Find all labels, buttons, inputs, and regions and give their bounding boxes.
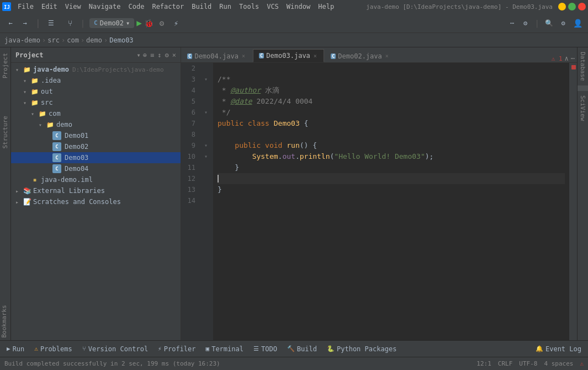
tree-item-demo[interactable]: ▾ 📁 demo bbox=[11, 119, 181, 130]
tab-demo03[interactable]: C Demo03.java × bbox=[253, 49, 324, 62]
breadcrumb-part-3[interactable]: com bbox=[67, 36, 79, 44]
folder-icon: 📁 bbox=[38, 109, 47, 118]
tabs-more-icon[interactable]: ⋯ bbox=[571, 55, 575, 62]
vcs-icon[interactable]: ⑂ bbox=[64, 17, 76, 29]
user-profile[interactable]: 👤 bbox=[571, 17, 584, 29]
tab-close-demo04[interactable]: × bbox=[241, 53, 246, 59]
breadcrumb: java-demo › src › com › demo › Demo03 bbox=[0, 33, 588, 47]
profile-button[interactable]: ⚡ bbox=[170, 17, 182, 29]
tab-demo02[interactable]: C Demo02.java × bbox=[325, 49, 396, 62]
breadcrumb-part-5[interactable]: Demo03 bbox=[109, 36, 133, 44]
problems-label: Problems bbox=[40, 345, 72, 353]
line-num: 5 bbox=[181, 96, 199, 107]
tree-item-iml[interactable]: ▪ java-demo.iml bbox=[11, 174, 181, 185]
toolbar-more[interactable]: ⋯ bbox=[506, 17, 518, 29]
tree-item-external-libs[interactable]: ▸ 📚 External Libraries bbox=[11, 185, 181, 196]
toolbar-settings[interactable]: ⚙ bbox=[520, 17, 532, 29]
line-ending[interactable]: CRLF bbox=[498, 360, 513, 367]
build-button[interactable]: 🔨 Build bbox=[283, 343, 321, 355]
tree-item-demo03[interactable]: C Demo03 bbox=[11, 152, 181, 163]
tab-close-demo02[interactable]: × bbox=[384, 53, 390, 59]
cursor-position[interactable]: 12:1 bbox=[476, 360, 491, 367]
maximize-button[interactable]: □ bbox=[568, 3, 576, 10]
project-vtab[interactable]: Project bbox=[1, 50, 10, 82]
menu-vcs[interactable]: VCS bbox=[263, 2, 282, 12]
version-control-button[interactable]: ⑂ Version Control bbox=[78, 343, 152, 355]
status-bar: Build completed successfully in 2 sec, 1… bbox=[0, 357, 588, 370]
expand-icon[interactable]: ∧ bbox=[565, 55, 569, 62]
project-panel-title: Project bbox=[15, 51, 44, 59]
tree-item-root[interactable]: ▾ 📁 java-demo D:\IdeaProjects\java-demo bbox=[11, 64, 181, 75]
project-panel-header: Project ▾ ⊕ ≡ ↕ ⚙ × bbox=[11, 47, 181, 63]
tree-item-scratches[interactable]: ▸ 📝 Scratches and Consoles bbox=[11, 196, 181, 207]
structure-vtab[interactable]: Structure bbox=[1, 112, 10, 152]
python-packages-button[interactable]: 🐍 Python Packages bbox=[322, 343, 401, 355]
event-log-button[interactable]: 🔔 Event Log bbox=[531, 343, 586, 355]
collapse-all-icon[interactable]: ≡ bbox=[150, 51, 154, 59]
menu-file[interactable]: File bbox=[14, 2, 37, 12]
breadcrumb-part-2[interactable]: src bbox=[47, 36, 60, 44]
code-editor[interactable]: 2 3 4 5 6 7 8 9 10 11 12 13 14 bbox=[181, 63, 577, 340]
menu-help[interactable]: Help bbox=[315, 2, 337, 12]
debug-button[interactable]: 🐞 bbox=[144, 19, 153, 28]
indent-settings[interactable]: 4 spaces bbox=[544, 360, 573, 367]
minimize-button[interactable]: − bbox=[558, 3, 566, 10]
event-log-label: Event Log bbox=[545, 345, 581, 353]
tab-close-demo03[interactable]: × bbox=[312, 53, 318, 59]
tree-item-src[interactable]: ▾ 📁 src bbox=[11, 97, 181, 108]
run-config-selector[interactable]: C Demo02 ▾ bbox=[89, 18, 134, 28]
profiler-button[interactable]: ⚡ Profiler bbox=[153, 343, 200, 355]
menu-run[interactable]: Run bbox=[216, 2, 235, 12]
run-tool-button[interactable]: ▶ Run bbox=[2, 343, 29, 355]
forward-button[interactable]: → bbox=[19, 17, 31, 29]
menu-navigate[interactable]: Navigate bbox=[86, 2, 124, 12]
tree-item-com[interactable]: ▾ 📁 com bbox=[11, 108, 181, 119]
database-vtab[interactable]: Database bbox=[578, 47, 588, 85]
tree-item-demo01[interactable]: C Demo01 bbox=[11, 130, 181, 141]
project-dropdown-arrow[interactable]: ▾ bbox=[137, 51, 141, 59]
todo-button[interactable]: ☰ TODO bbox=[249, 343, 282, 355]
tab-demo04[interactable]: C Demo04.java × bbox=[181, 49, 252, 62]
locate-icon[interactable]: ⊕ bbox=[143, 51, 147, 59]
tree-arrow: ▸ bbox=[13, 199, 21, 205]
recent-files-button[interactable]: ☰ bbox=[45, 17, 57, 29]
tree-arrow: ▾ bbox=[36, 122, 44, 128]
sciview-vtab[interactable]: SciView bbox=[578, 91, 588, 125]
ide-settings[interactable]: ⚙ bbox=[557, 17, 569, 29]
ide-window: IJ File Edit View Navigate Code Refactor… bbox=[0, 0, 588, 370]
menu-tools[interactable]: Tools bbox=[236, 2, 262, 12]
tree-item-demo02[interactable]: C Demo02 bbox=[11, 141, 181, 152]
code-content[interactable]: /** * @author 水滴 * @date 2022/4/4 0004 *… bbox=[213, 63, 569, 340]
tree-item-demo04[interactable]: C Demo04 bbox=[11, 163, 181, 174]
problems-button[interactable]: ⚠ Problems bbox=[30, 343, 76, 355]
menu-window[interactable]: Window bbox=[283, 2, 314, 12]
event-log-area: 🔔 Event Log bbox=[531, 343, 586, 355]
tree-label: Scratches and Consoles bbox=[33, 198, 121, 206]
bookmarks-vtab[interactable]: Bookmarks bbox=[0, 303, 9, 340]
sort-icon[interactable]: ↕ bbox=[157, 51, 161, 59]
close-button[interactable]: × bbox=[578, 3, 586, 10]
search-everywhere[interactable]: 🔍 bbox=[543, 17, 555, 29]
menu-view[interactable]: View bbox=[62, 2, 84, 12]
libs-icon: 📚 bbox=[23, 186, 31, 195]
run-button[interactable]: ▶ bbox=[136, 18, 142, 28]
tree-item-idea[interactable]: ▾ 📁 .idea bbox=[11, 75, 181, 86]
breadcrumb-part-4[interactable]: demo bbox=[86, 36, 102, 44]
tree-item-out[interactable]: ▾ 📁 out bbox=[11, 86, 181, 97]
menu-code[interactable]: Code bbox=[125, 2, 148, 12]
run-with-coverage[interactable]: ⚙ bbox=[156, 17, 168, 29]
breadcrumb-part-1[interactable]: java-demo bbox=[4, 36, 40, 44]
notification-icon: 🔔 bbox=[536, 345, 543, 352]
back-button[interactable]: ← bbox=[4, 17, 17, 29]
charset[interactable]: UTF-8 bbox=[519, 360, 537, 367]
menu-refactor[interactable]: Refactor bbox=[149, 2, 187, 12]
menu-edit[interactable]: Edit bbox=[38, 2, 61, 12]
line-num: 9 bbox=[181, 140, 199, 151]
main-toolbar: ← → | ☰ ⑂ | C Demo02 ▾ ▶ 🐞 ⚙ ⚡ ⋯ ⚙ | 🔍 bbox=[0, 13, 588, 33]
menu-build[interactable]: Build bbox=[188, 2, 215, 12]
profiler-label: Profiler bbox=[164, 345, 196, 353]
tab-label: Demo03.java bbox=[266, 52, 310, 60]
terminal-button[interactable]: ▣ Terminal bbox=[202, 343, 248, 355]
close-panel-icon[interactable]: × bbox=[172, 51, 176, 59]
settings-icon[interactable]: ⚙ bbox=[165, 51, 169, 59]
